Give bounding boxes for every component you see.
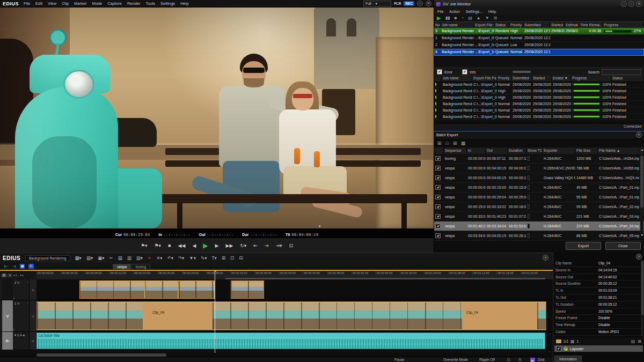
loop-icon[interactable]: ↻▾ (240, 243, 246, 248)
plr-indicator[interactable]: PLR (394, 2, 401, 5)
rewind-icon[interactable]: ◀◀ (178, 243, 186, 248)
column-header[interactable]: Show TC (526, 147, 543, 154)
menu-item[interactable]: Clip (62, 1, 69, 6)
minimize-icon[interactable]: − (621, 1, 627, 7)
title-tool-icon[interactable]: T▾ (211, 255, 216, 261)
export-queue-icon[interactable]: ⊞ (494, 16, 497, 20)
start-jobs-icon[interactable]: ▶ (437, 15, 441, 21)
batch-row[interactable]: ✔ vespa 00:00:00:00 00:04:00:19 00:04:00… (434, 164, 644, 173)
timeline-render-icon[interactable]: ▦▾ (75, 255, 82, 261)
track-selector[interactable]: A1 (2, 332, 13, 350)
lock-icon[interactable]: ▫ (27, 301, 28, 305)
cut-icon[interactable]: ✂ (109, 255, 113, 261)
delete-entry-icon[interactable]: ▦ (461, 141, 466, 146)
play-icon[interactable]: ▶ (203, 242, 208, 249)
menu-item[interactable]: File (437, 10, 443, 13)
open-project-icon[interactable]: ▧▾ (86, 255, 93, 261)
menu-item[interactable]: Capture (107, 1, 122, 6)
show-tc-checkbox[interactable] (528, 195, 530, 200)
add-all-sequences-icon[interactable]: ⊞ (453, 141, 457, 146)
splitter-handle[interactable] (513, 71, 531, 73)
waveform-toggle-icon[interactable]: ≋ (29, 279, 36, 300)
row-checkbox[interactable]: ✔ (435, 204, 441, 209)
timecode-display-icon[interactable]: C: (28, 264, 34, 269)
job-row[interactable]: 3 Background Rendering... ...\Export_09.… (434, 28, 644, 35)
column-header[interactable]: Job name (442, 75, 472, 82)
batch-row[interactable]: ✔ vespa 00:00:00:00 00:04:00:19 00:04:00… (434, 173, 644, 183)
properties-scrollbar[interactable] (641, 260, 644, 336)
track-selector[interactable]: V (2, 300, 13, 331)
folder-icon[interactable] (556, 339, 561, 343)
menu-item[interactable]: Render (127, 1, 141, 6)
batch-row[interactable]: ✔ vespa 00:00:15:00 00:00:33:02 00:00:18… (434, 202, 644, 212)
effects-icon[interactable]: ⊞ (222, 255, 225, 261)
layouter-checkbox[interactable]: ✔ (556, 346, 561, 351)
lock-icon[interactable]: ▫ (27, 280, 28, 284)
paste-special-icon[interactable]: ▥▾ (136, 255, 143, 261)
menu-item[interactable]: Action (449, 10, 459, 13)
column-header[interactable]: Priority (497, 75, 511, 82)
add-to-batch-icon[interactable]: ⊞ (437, 141, 442, 146)
main-video-clip[interactable]: Clip_04 Clip_04 (36, 301, 546, 330)
menu-item[interactable]: View (48, 1, 56, 6)
stop-jobs-icon[interactable]: ■ (455, 16, 457, 20)
row-checkbox[interactable]: ✔ (435, 185, 441, 190)
close-icon[interactable]: ✕ (543, 255, 548, 261)
seek-marker[interactable]: ▾ (319, 224, 321, 228)
capture-icon[interactable]: ⊡ (230, 255, 234, 261)
finished-job-row[interactable]: Background Rendering... C:\...\Export_03… (434, 101, 644, 107)
save-project-icon[interactable]: ▣▾ (98, 255, 104, 261)
show-tc-checkbox[interactable] (528, 156, 530, 161)
job-row[interactable]: 1 Background Rendering... ...\Export_05.… (434, 35, 644, 42)
stop-icon[interactable]: ■ (168, 243, 171, 248)
job-row[interactable]: 4 Background Rendering... ...\Export_10.… (434, 49, 644, 56)
info-checkbox[interactable]: ✔ (462, 69, 467, 75)
menu-item[interactable]: Edit (35, 1, 42, 6)
paste-icon[interactable]: ▥ (127, 255, 131, 261)
video-clip[interactable] (145, 280, 178, 299)
show-tc-checkbox[interactable] (528, 233, 530, 238)
track-spinner[interactable]: ◂ 1... ▾ ▸ (13, 274, 24, 277)
tab-information[interactable]: Information (554, 356, 582, 362)
column-header[interactable]: File Size (575, 147, 598, 154)
multicam-icon[interactable]: ▦ (20, 264, 25, 269)
scrollbar-thumb[interactable] (640, 156, 643, 208)
render-mode-label[interactable]: Background Rendering (25, 255, 70, 261)
batch-row[interactable]: ✔ vespa 00:00:00:00 00:00:15:00 00:00:15… (434, 183, 644, 193)
menu-item[interactable]: File (24, 1, 30, 6)
minimize-icon[interactable]: − (417, 1, 423, 6)
show-tc-checkbox[interactable] (528, 204, 530, 209)
column-header[interactable]: In (467, 147, 486, 154)
batch-scrollbar[interactable] (640, 154, 643, 236)
fast-forward-icon[interactable]: ▶▶ (225, 243, 233, 248)
pause-jobs-icon[interactable]: ▮▮ (445, 16, 450, 20)
expand-icon[interactable]: ▸ (13, 296, 15, 299)
show-tc-checkbox[interactable] (528, 214, 530, 219)
menu-item[interactable]: Settings... (466, 10, 482, 13)
layouter-row[interactable]: ✔ Layouter (554, 345, 643, 352)
remove-from-batch-icon[interactable]: ⊟ (445, 141, 450, 146)
batch-row[interactable]: ✔ vespa 00:00:00:00 00:00:29:04 00:00:29… (434, 193, 644, 202)
monitor-icon[interactable]: ⊡ (507, 357, 510, 362)
ripple-status[interactable]: Ripple Off (479, 357, 495, 362)
job-list-icon[interactable]: ▤ (468, 16, 472, 20)
column-header[interactable]: Sequence (444, 147, 467, 154)
audio-clip[interactable]: La Dolce Vita (36, 333, 545, 349)
menu-item[interactable]: Tools (146, 1, 156, 6)
timeline-ruler[interactable]: V A ◂ 1... ▾ ▸ 00:00:00:0000:00:04:0000:… (0, 270, 553, 279)
menu-item[interactable]: Mode (92, 1, 102, 6)
trim-end-icon[interactable]: ⊣ (12, 264, 16, 269)
finished-job-row[interactable]: Background Rendering... C:\...\Export_04… (434, 82, 644, 88)
batch-row[interactable]: ✔ vespa 00:00:33:02 00:01:40:23 00:01:07… (434, 212, 644, 221)
row-checkbox[interactable]: ✔ (435, 156, 441, 161)
prev-edit-icon[interactable]: ⇥ (265, 243, 269, 248)
row-checkbox[interactable]: ✔ (435, 233, 441, 238)
search-input[interactable] (602, 69, 641, 75)
row-checkbox[interactable]: ✔ (435, 214, 441, 219)
video-clip[interactable] (79, 280, 145, 299)
edit-mode-status[interactable]: Overwrite Mode (443, 357, 468, 362)
menu-item[interactable]: Help (488, 10, 496, 13)
video-select-box[interactable]: V (2, 274, 6, 277)
column-header[interactable]: Progress (571, 75, 611, 82)
add-marker-icon[interactable]: ▼▾ (189, 255, 196, 261)
